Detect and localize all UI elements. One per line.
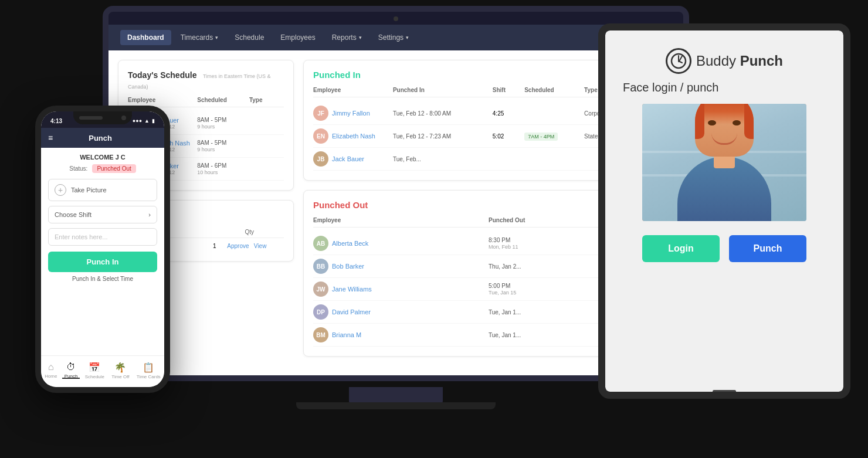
avatar: JB <box>313 151 328 167</box>
col-type-header: Type <box>249 97 284 103</box>
avatar: AB <box>313 236 328 251</box>
punch-icon: ⏱ <box>66 362 76 372</box>
timecards-label: Time Cards <box>137 374 161 379</box>
scheduled-time: 8AM - 5PM9 hours <box>197 117 249 130</box>
tablet-action-buttons: Login Punch <box>642 235 806 262</box>
laptop-camera <box>394 16 398 21</box>
choose-shift-button[interactable]: Choose Shift › <box>48 206 157 223</box>
punch-button[interactable]: Punch <box>729 235 806 262</box>
active-indicator <box>62 378 80 379</box>
emp-name: Jack Bauer <box>332 155 364 162</box>
phone-nav-title: Punch <box>89 134 112 143</box>
nav-timecards[interactable]: Timecards ▾ <box>174 30 226 45</box>
emp-name: Alberta Beck <box>332 240 368 247</box>
punch-time: Tue, Feb 12 - 8:00 AM <box>393 110 493 117</box>
take-picture-label: Take Picture <box>71 186 107 194</box>
pto-approve-view[interactable]: Approve View <box>227 243 284 249</box>
status-label: Status: <box>69 165 87 172</box>
timeoff-icon: 🌴 <box>114 362 126 373</box>
schedule-icon: 📅 <box>89 362 100 373</box>
tablet-screen: Buddy Punch Face login / punch <box>605 30 843 392</box>
emp-name: Jane Williams <box>332 286 372 293</box>
po-col-employee: Employee <box>313 217 489 223</box>
phone-device: 4:13 ●●● ▲ ▮ ≡ Punch WELCOME J C Status:… <box>35 106 170 393</box>
timecards-icon: 📋 <box>143 362 154 373</box>
home-icon: ⌂ <box>48 362 54 372</box>
avatar: DP <box>313 304 328 320</box>
phone-camera <box>121 116 126 120</box>
punch-time: Tue, Feb... <box>393 156 493 162</box>
punch-select-time[interactable]: Punch In & Select Time <box>48 276 157 282</box>
emp-name: David Palmer <box>332 308 371 315</box>
pto-col-qty: Qty <box>245 229 284 235</box>
schedule-label: Schedule <box>85 374 104 379</box>
chevron-right-icon: › <box>148 211 151 218</box>
tablet-content: Buddy Punch Face login / punch <box>605 30 843 392</box>
nav-reports[interactable]: Reports ▾ <box>325 30 369 45</box>
scheduled-time: 8AM - 6PM10 hours <box>197 162 249 175</box>
col-employee-header: Employee <box>128 97 197 103</box>
pi-col-scheduled: Scheduled <box>524 87 584 93</box>
phone-nav: ≡ Punch <box>41 128 164 148</box>
pi-col-employee: Employee <box>313 87 393 93</box>
wifi-icon: ▲ <box>144 118 150 124</box>
status-badge: Punched Out <box>92 164 135 173</box>
nav-dashboard[interactable]: Dashboard <box>120 30 171 45</box>
schedule-title: Today's Schedule <box>128 70 196 80</box>
emp-name: Bob Barker <box>332 263 364 270</box>
bottom-nav-schedule[interactable]: 📅 Schedule <box>85 362 104 379</box>
emp-name: Jimmy Fallon <box>332 110 370 117</box>
nav-settings[interactable]: Settings ▾ <box>371 30 416 45</box>
notes-input[interactable]: Enter notes here... <box>48 228 157 246</box>
phone-body-content: WELCOME J C Status: Punched Out + Take P… <box>41 148 164 288</box>
bottom-nav-timeoff[interactable]: 🌴 Time Off <box>111 362 129 379</box>
shift-val: 4:25 <box>493 110 524 117</box>
home-label: Home <box>45 374 57 379</box>
speaker <box>79 116 103 120</box>
reports-arrow-icon: ▾ <box>359 35 362 40</box>
pto-qty: 1 <box>213 243 227 249</box>
avatar: JW <box>313 281 328 297</box>
bottom-nav-timecards[interactable]: 📋 Time Cards <box>137 362 161 379</box>
punch-in-button[interactable]: Punch In <box>48 252 157 272</box>
laptop-base <box>296 402 496 409</box>
col-scheduled-header: Scheduled <box>197 97 249 103</box>
battery-icon: ▮ <box>152 118 155 124</box>
scheduled-time: 8AM - 5PM9 hours <box>197 140 249 152</box>
timecards-arrow-icon: ▾ <box>215 35 218 40</box>
choose-shift-label: Choose Shift <box>55 211 91 218</box>
status-row: Status: Punched Out <box>48 164 157 173</box>
take-picture-button[interactable]: + Take Picture <box>48 179 157 201</box>
avatar: EN <box>313 128 328 144</box>
nav-schedule[interactable]: Schedule <box>228 30 271 45</box>
logo-text: Buddy Punch <box>696 53 783 69</box>
menu-icon[interactable]: ≡ <box>48 133 53 143</box>
tablet-device: Buddy Punch Face login / punch <box>598 23 850 399</box>
avatar: BB <box>313 259 328 274</box>
phone-notch <box>73 111 132 124</box>
punch-time: Tue, Feb 12 - 7:23 AM <box>393 133 493 140</box>
pi-col-shift: Shift <box>493 87 524 93</box>
laptop-content: Today's Schedule Times in Eastern Time (… <box>108 50 683 375</box>
tablet-home-button[interactable] <box>713 390 736 392</box>
svg-line-2 <box>679 61 682 63</box>
emp-name: Brianna M <box>332 331 361 338</box>
face-photo <box>642 104 806 221</box>
phone-screen: 4:13 ●●● ▲ ▮ ≡ Punch WELCOME J C Status:… <box>41 111 164 387</box>
bottom-nav-home[interactable]: ⌂ Home <box>45 362 57 379</box>
timeoff-label: Time Off <box>111 374 129 379</box>
logo-icon <box>666 48 691 74</box>
face-login-title: Face login / punch <box>623 81 718 94</box>
login-button[interactable]: Login <box>642 235 720 262</box>
phone-bottom-nav: ⌂ Home ⏱ Punch 📅 Schedule 🌴 Time Off <box>41 355 164 387</box>
bottom-nav-punch[interactable]: ⏱ Punch <box>65 362 78 379</box>
welcome-text: WELCOME J C <box>48 154 157 161</box>
signal-icon: ●●● <box>133 118 142 124</box>
scheduled-val: 7AM - 4PM <box>524 133 584 140</box>
nav-employees[interactable]: Employees <box>273 30 322 45</box>
status-icons: ●●● ▲ ▮ <box>133 118 155 124</box>
shift-val: 5:02 <box>493 133 524 140</box>
plus-icon: + <box>55 184 66 196</box>
clock-icon <box>670 52 687 70</box>
emp-name: Elizabeth Nash <box>332 133 375 140</box>
